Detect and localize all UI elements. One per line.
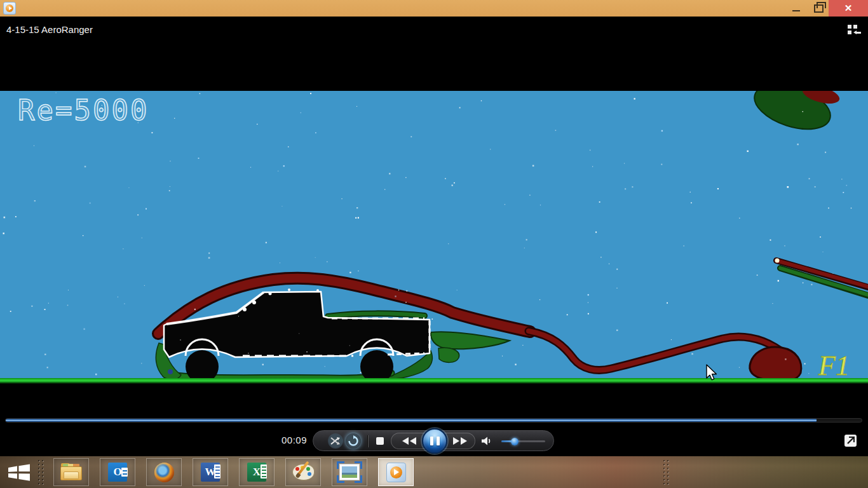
taskbar-paint[interactable] — [285, 458, 321, 486]
volume-slider[interactable] — [501, 440, 545, 442]
rewind-button[interactable] — [400, 435, 418, 447]
restore-button[interactable] — [808, 0, 829, 17]
outlook-icon: O — [108, 463, 127, 482]
taskbar: O W X — [0, 456, 868, 488]
f1-logo: F1 — [818, 350, 850, 381]
rewind-icon — [402, 437, 417, 445]
tray-grip[interactable] — [662, 459, 670, 485]
ground-line — [0, 378, 868, 383]
seek-bar[interactable] — [5, 418, 862, 423]
mouse-cursor — [705, 364, 719, 382]
fast-forward-button[interactable] — [451, 435, 469, 447]
volume-handle[interactable] — [511, 438, 519, 445]
blue-marker-dot — [168, 369, 173, 374]
photo-viewer-icon — [339, 464, 360, 480]
minimize-icon — [792, 10, 800, 11]
transport-bar — [313, 430, 554, 451]
reynolds-number-label: Re=5000 — [18, 94, 149, 126]
stop-icon — [376, 437, 384, 445]
taskbar-grip[interactable] — [37, 459, 45, 485]
restore-icon — [814, 4, 824, 13]
file-explorer-icon — [60, 463, 82, 481]
paint-icon — [292, 464, 315, 480]
library-grid-icon — [848, 25, 851, 29]
wmp-icon — [386, 463, 406, 482]
taskbar-firefox[interactable] — [146, 458, 182, 486]
pause-icon — [430, 437, 433, 445]
fullscreen-arrow-icon — [846, 437, 855, 445]
start-button[interactable] — [8, 462, 31, 482]
windows-logo-icon — [8, 462, 31, 482]
fast-forward-icon — [452, 437, 468, 445]
elapsed-time: 00:09 — [281, 435, 307, 445]
close-button[interactable]: ✕ — [829, 0, 868, 17]
speaker-icon — [481, 436, 492, 446]
taskbar-outlook[interactable]: O — [100, 458, 135, 486]
diagonal-streak — [775, 259, 868, 296]
seek-progress — [6, 419, 817, 422]
taskbar-windows-media-player[interactable] — [378, 458, 414, 486]
wmp-titlebar-icon[interactable] — [3, 2, 16, 15]
title-bar: ✕ — [0, 0, 868, 17]
pause-button[interactable] — [422, 428, 447, 454]
fullscreen-button[interactable] — [844, 435, 857, 447]
switch-to-library-button[interactable] — [848, 23, 864, 38]
now-playing-title: 4-15-15 AeroRanger — [6, 24, 93, 35]
minimize-button[interactable] — [787, 0, 806, 17]
word-icon: W — [201, 463, 220, 482]
turbo-button[interactable] — [328, 433, 343, 449]
repeat-button[interactable] — [346, 433, 361, 449]
taskbar-excel[interactable]: X — [239, 458, 275, 486]
mute-button[interactable] — [480, 435, 494, 447]
wmp-play-glyph-icon — [9, 6, 12, 10]
taskbar-word[interactable]: W — [193, 458, 228, 486]
stop-button[interactable] — [372, 433, 388, 449]
taskbar-file-explorer[interactable] — [53, 458, 89, 486]
close-icon: ✕ — [844, 0, 853, 17]
arrow-left-icon — [853, 30, 861, 34]
firefox-icon — [154, 463, 174, 482]
excel-icon: X — [247, 463, 266, 482]
taskbar-photo-viewer[interactable] — [332, 458, 367, 486]
video-viewport[interactable]: Re=5000 F1 — [0, 91, 868, 384]
controls-divider — [367, 435, 369, 447]
turbo-crossed-arrows-icon — [330, 436, 341, 446]
cfd-simulation-frame: Re=5000 F1 — [0, 91, 868, 384]
media-player-window: ✕ 4-15-15 AeroRanger — [0, 0, 868, 488]
repeat-icon — [348, 435, 359, 447]
wake-vortex-blob — [750, 347, 801, 381]
